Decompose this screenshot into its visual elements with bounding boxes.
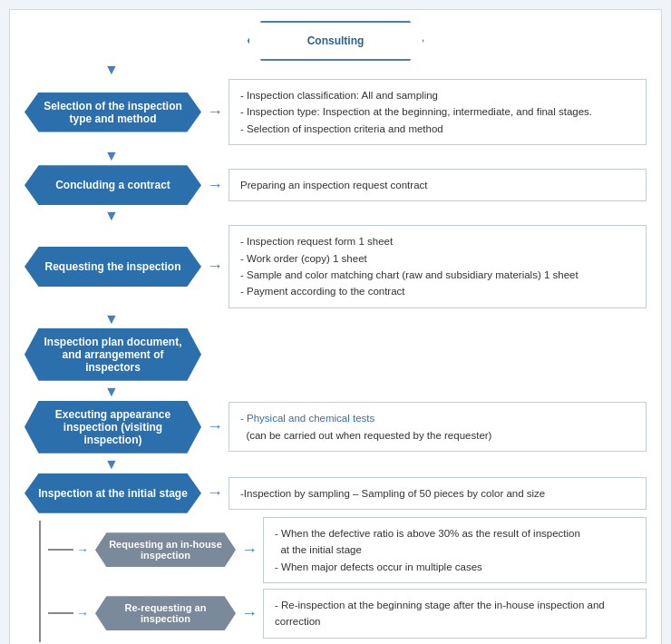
consulting-box: Consulting [248, 21, 424, 61]
down-arrow-6: ▼ [24, 457, 647, 472]
plan-box: Inspection plan document, and arrangemen… [24, 328, 201, 381]
contract-box: Concluding a contract [24, 165, 201, 205]
selection-box: Selection of the inspection type and met… [24, 93, 201, 132]
inhouse-box: Requesting an in-house inspection [95, 532, 236, 567]
initial-box: Inspection at the initial stage [24, 473, 201, 513]
arrow-small-1: → [73, 542, 92, 557]
step-plan: Inspection plan document, and arrangemen… [24, 328, 647, 381]
arrow-appearance: → [201, 417, 229, 436]
flowchart-container: Consulting ▼ Selection of the inspection… [9, 9, 662, 644]
sub-row-inhouse: → Requesting an in-house inspection → - … [48, 517, 647, 583]
down-arrow-5: ▼ [24, 385, 647, 399]
down-arrow-1: ▼ [24, 63, 647, 77]
down-arrow-3: ▼ [24, 209, 647, 223]
step-consulting: Consulting [24, 21, 647, 61]
down-arrow-2: ▼ [24, 149, 647, 163]
arrow-small-2: → [73, 606, 92, 620]
requesting-box: Requesting the inspection [24, 247, 201, 287]
h-connector-1 [48, 549, 73, 551]
sub-row-reinspection: → Re-requesting an inspection → - Re-ins… [48, 589, 647, 639]
step-appearance: Executing appearance inspection (visitin… [24, 401, 647, 454]
reinspection-box: Re-requesting an inspection [95, 596, 236, 630]
arrow-requesting: → [201, 257, 229, 276]
branch-vertical-line [39, 521, 41, 642]
sub-items: → Requesting an in-house inspection → - … [48, 517, 647, 642]
info-reinspection: - Re-inspection at the beginning stage a… [263, 589, 647, 639]
arrow-contract: → [201, 176, 229, 195]
down-arrow-4: ▼ [24, 312, 647, 327]
arrow-selection: → [201, 102, 229, 122]
branch-section: → Requesting an in-house inspection → - … [32, 517, 647, 642]
arrow-initial: → [201, 483, 229, 503]
branch-v-connector [32, 517, 48, 642]
info-requesting: - Inspection request form 1 sheet- Work … [229, 225, 647, 308]
step-contract: Concluding a contract → Preparing an ins… [24, 165, 647, 205]
arrow-inhouse: → [236, 541, 263, 560]
step-requesting: Requesting the inspection → - Inspection… [24, 225, 647, 308]
step-selection: Selection of the inspection type and met… [24, 79, 647, 145]
appearance-box: Executing appearance inspection (visitin… [24, 401, 201, 454]
info-appearance: - Physical and chemical tests (can be ca… [229, 402, 647, 452]
info-contract: Preparing an inspection request contract [229, 169, 647, 201]
info-selection: - Inspection classification: All and sam… [229, 79, 647, 145]
h-connector-2 [48, 612, 73, 614]
info-initial: -Inspection by sampling – Sampling of 50… [229, 477, 647, 510]
arrow-reinspection: → [236, 604, 263, 623]
info-inhouse: - When the defective ratio is above 30% … [263, 517, 647, 583]
step-initial: Inspection at the initial stage → -Inspe… [24, 473, 647, 513]
